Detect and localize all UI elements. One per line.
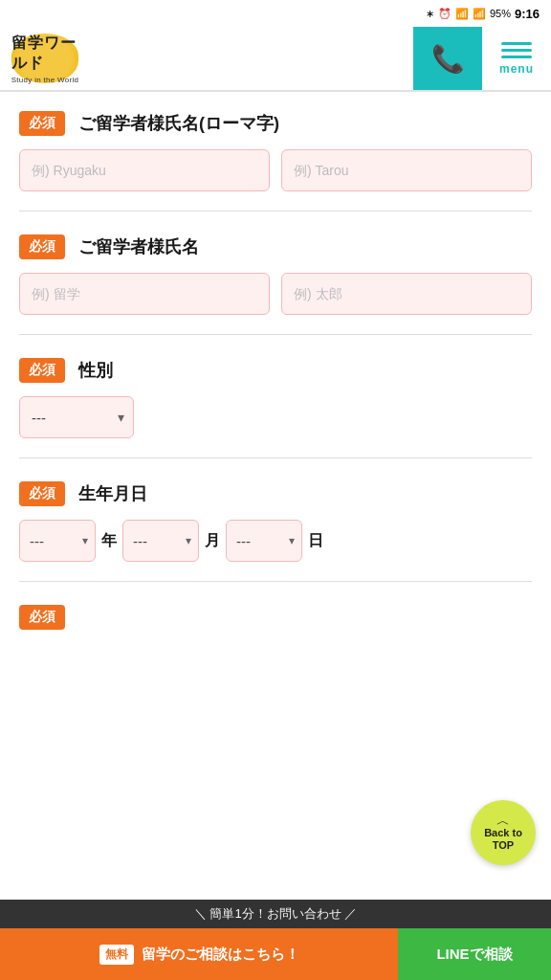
logo-area[interactable]: 留学ワールド Study in the World	[0, 27, 413, 90]
name-kanji-header: 必須 ご留学者様氏名	[19, 234, 532, 259]
phone-button[interactable]: 📞	[413, 27, 482, 90]
wifi-icon: 📶	[455, 8, 469, 20]
line-consult-text: LINEで相談	[436, 946, 512, 964]
back-to-top-arrow-icon: ︿	[496, 813, 510, 827]
required-badge-name-roman: 必須	[19, 111, 65, 136]
name-roman-inputs	[19, 149, 532, 191]
back-to-top-text: Back toTOP	[484, 827, 522, 852]
partial-header: 必須	[19, 605, 532, 630]
day-label: 日	[308, 531, 323, 551]
year-select-wrapper: --- ▾	[19, 520, 96, 562]
partial-overlay	[19, 643, 532, 701]
menu-line-2	[501, 49, 532, 52]
gender-header: 必須 性別	[19, 358, 532, 383]
consult-free-badge: 無料	[99, 945, 134, 965]
gender-title: 性別	[78, 359, 113, 382]
consult-button[interactable]: 無料 留学のご相談はこちら！	[0, 928, 398, 980]
gender-select[interactable]: --- 男性 女性 その他	[19, 396, 134, 438]
name-roman-section: 必須 ご留学者様氏名(ローマ字)	[19, 111, 532, 212]
header: 留学ワールド Study in the World 📞 menu	[0, 27, 551, 92]
gender-section: 必須 性別 --- 男性 女性 その他 ▾	[19, 358, 532, 458]
consult-text: 留学のご相談はこちら！	[142, 946, 299, 964]
phone-icon: 📞	[431, 43, 465, 75]
last-name-roman-input[interactable]	[281, 149, 532, 191]
birthdate-title: 生年月日	[78, 482, 147, 505]
birthdate-header: 必須 生年月日	[19, 481, 532, 506]
last-name-kanji-input[interactable]	[281, 273, 532, 315]
name-kanji-section: 必須 ご留学者様氏名	[19, 234, 532, 335]
month-label: 月	[205, 531, 220, 551]
logo-sub-text: Study in the World	[11, 76, 79, 84]
bottom-bar: ＼ 簡単1分！お問い合わせ ／ 無料 留学のご相談はこちら！ LINEで相談	[0, 900, 551, 980]
birthdate-row: --- ▾ 年 --- ▾ 月 --- ▾ 日	[19, 520, 532, 562]
menu-label: menu	[499, 62, 534, 76]
required-badge-gender: 必須	[19, 358, 65, 383]
first-name-kanji-input[interactable]	[19, 273, 270, 315]
name-kanji-title: ご留学者様氏名	[78, 235, 199, 258]
status-bar: ∗ ⏰ 📶 📶 95% 9:16	[0, 0, 551, 27]
required-badge-birthdate: 必須	[19, 481, 65, 506]
menu-line-3	[501, 56, 532, 58]
battery-level: 95%	[490, 8, 511, 19]
birth-day-select[interactable]: ---	[226, 520, 302, 562]
birth-month-select[interactable]: ---	[122, 520, 199, 562]
menu-button[interactable]: menu	[482, 27, 551, 90]
logo-circle: 留学ワールド Study in the World	[11, 33, 78, 83]
required-badge-name-kanji: 必須	[19, 234, 65, 259]
status-icons: ∗ ⏰ 📶 📶 95% 9:16	[426, 7, 540, 21]
line-consult-button[interactable]: LINEで相談	[398, 928, 551, 980]
month-select-wrapper: --- ▾	[122, 520, 199, 562]
partial-section: 必須	[19, 605, 532, 701]
name-roman-header: 必須 ご留学者様氏名(ローマ字)	[19, 111, 532, 136]
gender-select-wrapper: --- 男性 女性 その他 ▾	[19, 396, 134, 438]
logo-main-text: 留学ワールド	[11, 33, 78, 74]
bottom-banner: ＼ 簡単1分！お問い合わせ ／	[0, 900, 551, 928]
name-roman-title: ご留学者様氏名(ローマ字)	[78, 112, 279, 135]
signal-icon: 📶	[473, 8, 486, 20]
first-name-roman-input[interactable]	[19, 149, 270, 191]
name-kanji-inputs	[19, 273, 532, 315]
back-to-top-button[interactable]: ︿ Back toTOP	[471, 800, 536, 865]
status-time: 9:16	[515, 7, 540, 21]
birth-year-select[interactable]: ---	[19, 520, 96, 562]
day-select-wrapper: --- ▾	[226, 520, 302, 562]
alarm-icon: ⏰	[438, 8, 452, 20]
bluetooth-icon: ∗	[426, 8, 434, 20]
year-label: 年	[101, 531, 117, 551]
required-badge-partial: 必須	[19, 605, 65, 630]
birthdate-section: 必須 生年月日 --- ▾ 年 --- ▾ 月 --- ▾	[19, 481, 532, 582]
main-content: 必須 ご留学者様氏名(ローマ字) 必須 ご留学者様氏名 必須 性別 --- 男性	[0, 92, 551, 796]
bottom-buttons: 無料 留学のご相談はこちら！ LINEで相談	[0, 928, 551, 980]
menu-line-1	[501, 42, 532, 45]
